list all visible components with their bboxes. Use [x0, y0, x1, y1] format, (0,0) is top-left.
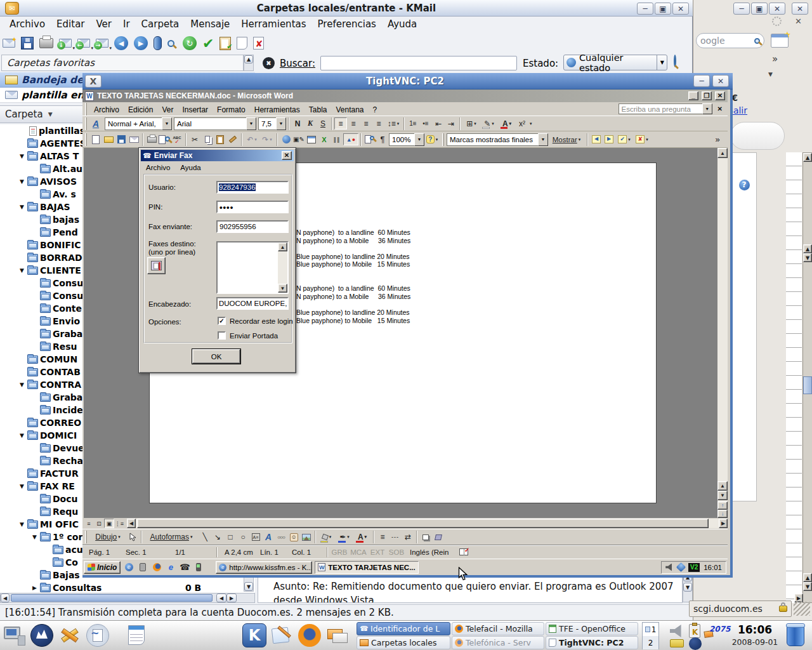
bullet-list-icon[interactable]: •≡	[419, 117, 432, 129]
quicklaunch-pda-icon[interactable]	[137, 561, 148, 573]
tray-volume-icon[interactable]	[670, 625, 684, 637]
undo-icon[interactable]: ↶▾	[244, 133, 259, 145]
tray-badge-icon[interactable]: 2075	[704, 625, 730, 637]
style-combo[interactable]: Normal + Arial,▼	[105, 117, 172, 130]
print-view-icon[interactable]: ▣	[104, 519, 114, 528]
menu-item[interactable]: Ver	[91, 18, 118, 30]
expander-icon[interactable]: ▼	[29, 534, 40, 540]
new-note-icon[interactable]	[237, 37, 247, 50]
document-map-icon[interactable]	[363, 133, 376, 145]
bg2-close-button[interactable]: ✕	[792, 3, 808, 15]
launcher-notes-icon[interactable]	[270, 624, 293, 647]
line-spacing-icon[interactable]: ↕≡▾	[385, 117, 402, 129]
arrow-icon[interactable]: ↘	[211, 531, 224, 543]
menu-item[interactable]: Editar	[51, 18, 90, 30]
word-titlebar[interactable]: W TEXTO TARJETAS NECKERMAN.doc - Microso…	[82, 90, 728, 102]
arrow-style-icon[interactable]: ⇄	[402, 531, 414, 543]
launcher-firefox-icon[interactable]	[298, 624, 321, 647]
pager-desktop-2[interactable]: 2	[643, 636, 658, 649]
minimize-button[interactable]: ─	[637, 3, 653, 15]
expander-icon[interactable]: ▼	[16, 153, 27, 159]
next-message-icon[interactable]: ▶	[134, 36, 148, 50]
tab-close-icon[interactable]: ✕	[795, 17, 802, 26]
autoformas-menu[interactable]: Autoformas▾	[144, 531, 199, 543]
expander-icon[interactable]: ▼	[16, 178, 27, 185]
menu-item[interactable]: Mensaje	[185, 18, 235, 30]
tray-diamond-icon[interactable]	[676, 562, 686, 573]
maximize-button[interactable]: ▣	[655, 3, 671, 15]
recordar-label[interactable]: Recordar este login	[230, 317, 293, 325]
quicklaunch-ie-icon[interactable]: e	[165, 561, 176, 573]
expander-icon[interactable]: ▼	[16, 521, 27, 527]
todo-icon[interactable]: ✔	[219, 37, 231, 50]
volume-icon[interactable]	[665, 564, 674, 571]
borders-icon[interactable]: ⊞▾	[462, 117, 480, 129]
markup-combo[interactable]: Marcas mostradas finales▼	[447, 133, 548, 146]
launcher-kontact-icon[interactable]	[326, 624, 349, 647]
vnc-close-button[interactable]: ✕	[712, 75, 729, 87]
font-combo[interactable]: Arial▼	[174, 117, 256, 130]
favorites-scrollbar[interactable]: ▲	[244, 55, 254, 71]
sheet-scroll-thumb[interactable]	[803, 376, 812, 394]
forward-icon[interactable]: →▾	[96, 39, 108, 48]
font-color-icon[interactable]: A▾	[498, 117, 516, 129]
kmail-titlebar[interactable]: ✉ Carpetas locales/entrante - KMail ─ ▣ …	[0, 0, 693, 17]
insert-excel-icon[interactable]: X	[318, 133, 331, 145]
refresh-icon[interactable]: ↻	[183, 36, 197, 50]
tree-hscrollbar[interactable]: ◀ ◀ ▶	[0, 593, 255, 603]
ok-button[interactable]: OK	[192, 349, 240, 364]
superscript-icon[interactable]: x²	[516, 117, 528, 129]
quicklaunch-phone-icon[interactable]: ☎	[179, 561, 190, 573]
menu-item[interactable]: Archivo	[4, 18, 51, 30]
vnc-tray-icon[interactable]: V2	[688, 563, 700, 572]
threed-icon[interactable]	[432, 531, 445, 543]
align-justify-icon[interactable]: ≡	[372, 117, 385, 129]
spelling-icon[interactable]: ABC✓	[171, 133, 183, 145]
quicklaunch-firefox-icon[interactable]	[151, 561, 162, 573]
close-button[interactable]: ✕	[672, 3, 689, 15]
search-messages-icon[interactable]	[167, 40, 174, 47]
launcher-writer-icon[interactable]: ~	[86, 624, 109, 647]
check-mail-icon[interactable]: ↓▾	[59, 39, 72, 48]
zoom-combo[interactable]: 100%▼	[389, 133, 424, 146]
word-menu-item[interactable]: Insertar	[178, 105, 213, 114]
save-icon[interactable]	[21, 37, 34, 50]
word-menu-item[interactable]: Herramientas	[250, 105, 304, 114]
column-icon[interactable]	[154, 36, 162, 50]
delete-icon[interactable]: ✘	[253, 37, 264, 50]
bg-maximize-button[interactable]: ▣	[751, 3, 768, 15]
menu-item[interactable]: Herramientas	[235, 18, 311, 30]
word-menu-item[interactable]: Ver	[157, 105, 178, 114]
expander-icon[interactable]: ▶	[29, 585, 40, 591]
textarea-scrollbar[interactable]: ▲ ▼	[278, 242, 287, 293]
search-input[interactable]	[320, 56, 517, 70]
word-hscroll-thumb[interactable]	[137, 519, 709, 528]
pin-input[interactable]: ••••	[216, 201, 289, 213]
reject-change-icon[interactable]: ✘▾	[633, 133, 651, 145]
format-painter-icon[interactable]	[226, 133, 239, 145]
hscroll-left-icon[interactable]: ◀	[127, 519, 136, 528]
insert-picture-icon[interactable]	[300, 531, 313, 543]
textbox-icon[interactable]: A≡	[249, 531, 262, 543]
frame-icon[interactable]: ▣✎	[292, 133, 305, 145]
estado-combo[interactable]: Cualquier estado ▼	[563, 55, 667, 70]
redo-icon[interactable]: ↷▾	[259, 133, 275, 145]
word-menu-item[interactable]: Tabla	[304, 105, 332, 114]
word-close-button[interactable]: ✕	[715, 91, 725, 100]
line-color-icon[interactable]: ✒▾	[336, 531, 353, 543]
word-menu-item[interactable]: Archivo	[89, 105, 124, 114]
shadow-icon[interactable]	[419, 531, 432, 543]
word-minimize-button[interactable]: _	[688, 91, 698, 100]
word-vscrollbar[interactable]: ▲ ▲ ▼ ↑ ↓	[717, 148, 728, 518]
dibujo-menu[interactable]: Dibujo▾	[89, 531, 126, 543]
expander-icon[interactable]: ▼	[16, 267, 27, 274]
rounded-button[interactable]	[730, 122, 785, 150]
taskbutton-tfe[interactable]: TFE - OpenOffice	[546, 622, 638, 635]
expander-icon[interactable]: ▼	[16, 483, 27, 489]
google-magnifier-icon[interactable]	[754, 38, 760, 44]
print-icon[interactable]	[39, 38, 53, 48]
bg-close-button[interactable]: ✕	[769, 3, 785, 15]
quicklaunch-mobile-icon[interactable]	[193, 561, 204, 573]
help-icon[interactable]: ?▾	[424, 133, 440, 145]
word-menu-item[interactable]: Ventana	[331, 105, 368, 114]
